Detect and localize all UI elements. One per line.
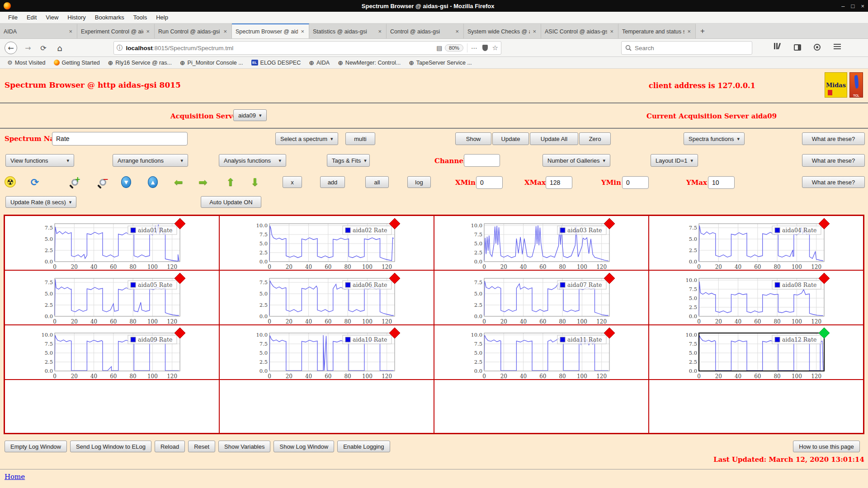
search-input[interactable]: [635, 45, 748, 52]
window-close-button[interactable]: ×: [861, 3, 864, 9]
tab-temperature-and-status-sc[interactable]: Temperature and status sc×: [618, 23, 696, 38]
tab-close-icon[interactable]: ×: [145, 28, 151, 35]
bookmark-most-visited[interactable]: ⚙Most Visited: [4, 58, 49, 67]
tab-close-icon[interactable]: ×: [686, 28, 692, 35]
menu-history[interactable]: History: [64, 13, 89, 22]
show-log-window-button[interactable]: Show Log Window: [274, 441, 334, 452]
site-info-icon[interactable]: ⓘ: [117, 44, 123, 52]
zero-button[interactable]: Zero: [579, 132, 611, 145]
bookmark-star-icon[interactable]: ☆: [492, 44, 498, 52]
reload-button[interactable]: Reload: [155, 441, 185, 452]
pan-right-icon[interactable]: ➡: [197, 176, 209, 188]
bookmark-aida[interactable]: ⊕AIDA: [305, 58, 333, 67]
number-of-galleries-dropdown[interactable]: Number of Galleries: [542, 154, 610, 167]
tab-asic-control-aidas-gsi[interactable]: ASIC Control @ aidas-gsi×: [541, 23, 618, 38]
pan-left-icon[interactable]: ⬅: [173, 176, 184, 188]
tab-close-icon[interactable]: ×: [609, 28, 614, 35]
tab-close-icon[interactable]: ×: [222, 28, 228, 35]
bookmark-rly16-service-ras[interactable]: ⊕Rly16 Service @ ras...: [104, 58, 175, 67]
window-maximize-button[interactable]: □: [851, 3, 855, 9]
spectrum-chart-aida09-rate[interactable]: 0.02.55.07.510.0020406080100120aida09 Ra…: [5, 325, 219, 380]
refresh-icon[interactable]: ⟳: [29, 176, 41, 188]
what-are-these-button[interactable]: What are these?: [802, 132, 865, 145]
all-button[interactable]: all: [365, 176, 389, 188]
new-tab-button[interactable]: +: [696, 23, 709, 38]
spectrum-chart-aida02-rate[interactable]: 0.02.55.07.510.0020406080100120aida02 Ra…: [219, 216, 434, 270]
bookmark-newmerger-control[interactable]: ⊕NewMerger: Control...: [334, 58, 404, 67]
spectrum-chart-aida01-rate[interactable]: 0.02.55.07.5020406080100120aida01 Rate: [5, 216, 219, 270]
account-icon[interactable]: [814, 44, 821, 51]
pan-up-icon[interactable]: ⬆: [225, 176, 236, 188]
log-button[interactable]: log: [407, 176, 431, 188]
tab-control-aidas-gsi[interactable]: Control @ aidas-gsi×: [387, 23, 464, 38]
reader-mode-icon[interactable]: ▤: [436, 44, 442, 52]
select-spectrum-dropdown[interactable]: Select a spectrum: [275, 132, 338, 145]
reset-button[interactable]: Reset: [188, 441, 215, 452]
xmin-input[interactable]: [476, 176, 503, 189]
add-button[interactable]: add: [320, 176, 345, 188]
menu-view[interactable]: View: [42, 13, 62, 22]
tab-close-icon[interactable]: ×: [532, 28, 537, 35]
menu-tools[interactable]: Tools: [130, 13, 151, 22]
ymax-input[interactable]: [708, 176, 735, 189]
bookmark-tapeserver-service[interactable]: ⊕TapeServer Service ...: [405, 58, 476, 67]
back-icon[interactable]: ←: [5, 42, 17, 54]
tab-system-wide-checks-ai[interactable]: System wide Checks @ ai×: [464, 23, 541, 38]
menu-hamburger-icon[interactable]: [834, 44, 841, 49]
spectrum-chart-aida08-rate[interactable]: 0.02.55.07.510.0020406080100120aida08 Ra…: [649, 270, 863, 325]
x-button[interactable]: x: [283, 176, 302, 188]
spectrum-chart-aida04-rate[interactable]: 0.02.55.07.5020406080100120aida04 Rate: [649, 216, 863, 270]
update-rate-dropdown[interactable]: Update Rate (8 secs): [5, 196, 76, 208]
search-bar[interactable]: [621, 41, 752, 55]
tab-experiment-control-aida[interactable]: Experiment Control @ aida×: [77, 23, 155, 38]
pocket-icon[interactable]: [482, 45, 488, 51]
update-button[interactable]: Update: [492, 132, 529, 145]
tab-statistics-aidas-gsi[interactable]: Statistics @ aidas-gsi×: [309, 23, 387, 38]
enable-logging-button[interactable]: Enable Logging: [337, 441, 390, 452]
view-functions-dropdown[interactable]: View functions: [5, 154, 74, 167]
forward-icon[interactable]: →: [22, 42, 34, 54]
send-log-window-to-elog-button[interactable]: Send Log Window to ELog: [70, 441, 151, 452]
bookmark-getting-started[interactable]: Getting Started: [50, 59, 104, 67]
radiation-icon[interactable]: ☢: [5, 176, 16, 188]
tab-close-icon[interactable]: ×: [300, 28, 305, 35]
spectrum-chart-aida11-rate[interactable]: 0.02.55.07.510.0020406080100120aida11 Ra…: [434, 325, 649, 380]
spectra-functions-dropdown[interactable]: Spectra functions: [684, 132, 745, 145]
compress-y-icon[interactable]: ▲: [148, 176, 158, 188]
ymin-input[interactable]: [622, 176, 649, 189]
show-button[interactable]: Show: [455, 132, 491, 145]
how-to-use-button[interactable]: How to use this page: [793, 441, 860, 452]
spectrum-chart-aida10-rate[interactable]: 0.02.55.07.510.0020406080100120aida10 Ra…: [219, 325, 434, 380]
what-are-these-button[interactable]: What are these?: [802, 154, 865, 167]
home-icon[interactable]: ⌂: [53, 42, 66, 54]
tcl-powered-logo[interactable]: TCL: [849, 72, 863, 98]
menu-edit[interactable]: Edit: [23, 13, 40, 22]
menu-file[interactable]: File: [5, 13, 21, 22]
home-link[interactable]: Home: [5, 473, 25, 481]
zoom-in-icon[interactable]: +: [69, 176, 80, 188]
tab-close-icon[interactable]: ×: [377, 28, 382, 35]
spectrum-chart-aida05-rate[interactable]: 0.02.55.07.5020406080100120aida05 Rate: [5, 270, 219, 325]
tab-close-icon[interactable]: ×: [454, 28, 460, 35]
spectrum-chart-aida06-rate[interactable]: 0.02.55.07.5020406080100120aida06 Rate: [219, 270, 434, 325]
xmax-input[interactable]: [546, 176, 572, 189]
layout-id-dropdown[interactable]: Layout ID=1: [651, 154, 698, 167]
page-actions-icon[interactable]: ⋯: [471, 44, 478, 52]
tags-fits-dropdown[interactable]: Tags & Fits: [327, 154, 370, 167]
menu-bookmarks[interactable]: Bookmarks: [91, 13, 128, 22]
zoom-level-badge[interactable]: 80%: [445, 44, 463, 52]
window-minimize-button[interactable]: –: [841, 3, 844, 9]
auto-update-button[interactable]: Auto Update ON: [201, 196, 261, 208]
pan-down-icon[interactable]: ⬇: [249, 176, 261, 188]
multi-button[interactable]: multi: [345, 132, 375, 145]
midas-logo[interactable]: Midas: [825, 72, 847, 98]
update-all-button[interactable]: Update All: [530, 132, 578, 145]
spectrum-chart-aida03-rate[interactable]: 0.02.55.07.510.0020406080100120aida03 Ra…: [434, 216, 649, 270]
bookmark-pi-monitor-console[interactable]: ⊕Pi_Monitor Console ...: [176, 58, 247, 67]
address-bar[interactable]: ⓘ localhost :8015/Spectrum/Spectrum.tml …: [113, 41, 501, 55]
library-icon[interactable]: [774, 43, 780, 49]
spectrum-chart-aida12-rate[interactable]: 0.02.55.07.510.0020406080100120aida12 Ra…: [649, 325, 863, 380]
tab-run-control-aidas-gsi[interactable]: Run Control @ aidas-gsi×: [155, 23, 232, 38]
tab-aida[interactable]: AIDA×: [0, 23, 77, 38]
zoom-out-icon[interactable]: −: [97, 176, 108, 188]
